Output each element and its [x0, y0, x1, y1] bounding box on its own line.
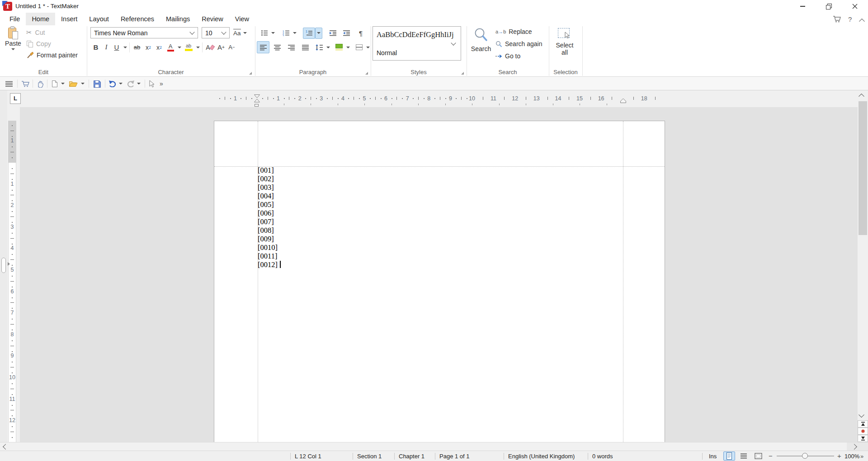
zoom-out-button[interactable]: − [769, 452, 773, 460]
fullscreen-view-button[interactable] [752, 452, 764, 461]
menu-tab-insert[interactable]: Insert [55, 13, 83, 25]
go-to-button[interactable]: Go to [495, 52, 520, 61]
font-color-button[interactable]: A [165, 42, 176, 53]
subscript-button[interactable]: x2 [143, 42, 154, 53]
borders-dropdown-arrow[interactable] [365, 41, 371, 53]
bullet-list-dropdown-arrow[interactable] [270, 28, 276, 39]
statusbar-overflow-icon[interactable]: » [860, 453, 863, 460]
document-line[interactable]: [007] [258, 217, 281, 226]
vertical-ruler[interactable] [7, 107, 20, 442]
undo-dropdown-arrow[interactable] [118, 78, 124, 89]
page-view-button[interactable] [723, 452, 735, 461]
highlight-dropdown-arrow[interactable] [195, 42, 201, 53]
zoom-in-button[interactable]: + [837, 452, 841, 460]
open-folder-dropdown-arrow[interactable] [80, 78, 86, 89]
hand-tool-icon[interactable] [35, 78, 45, 89]
menu-tab-layout[interactable]: Layout [83, 13, 115, 25]
clear-formatting-button[interactable]: A [204, 42, 216, 53]
new-document-dropdown-arrow[interactable] [60, 78, 66, 89]
line-spacing-button[interactable] [313, 41, 325, 53]
scroll-up-icon[interactable] [859, 93, 863, 97]
strikethrough-button[interactable]: ab [131, 42, 143, 53]
replace-button[interactable]: a→b Replace [495, 27, 532, 36]
undo-icon[interactable] [108, 78, 118, 89]
restore-button[interactable] [816, 0, 842, 13]
menu-tab-references[interactable]: References [115, 13, 160, 25]
document-text[interactable]: [001][002][003][004][005][006][007][008]… [258, 166, 281, 269]
list-split-button[interactable]: 1 [303, 28, 315, 39]
font-size-dropdown-icon[interactable] [221, 29, 226, 34]
sidebar-splitter-handle[interactable] [1, 258, 6, 273]
horizontal-ruler[interactable] [7, 90, 858, 107]
zoom-level[interactable]: 100% [844, 453, 859, 460]
copy-button[interactable]: Copy [26, 39, 51, 48]
font-name-dropdown-icon[interactable] [189, 29, 194, 34]
section-indicator[interactable]: Section 1 [357, 453, 382, 460]
grow-font-button[interactable]: A+ [216, 42, 226, 53]
paste-dropdown-arrow[interactable] [11, 48, 15, 50]
cut-button[interactable]: ✂ Cut [26, 28, 45, 37]
redo-icon[interactable] [126, 78, 136, 89]
italic-button[interactable]: I [101, 42, 111, 53]
minimize-button[interactable] [789, 0, 816, 13]
underline-button[interactable]: U [111, 42, 122, 53]
pointer-tool-icon[interactable] [147, 78, 156, 89]
document-line[interactable]: [001] [258, 166, 281, 174]
font-color-dropdown-arrow[interactable] [176, 42, 182, 53]
open-folder-icon[interactable] [68, 78, 79, 89]
search-button[interactable]: Search [468, 26, 494, 61]
numbered-list-button[interactable]: 123 [280, 28, 292, 39]
increase-indent-button[interactable] [327, 28, 339, 39]
collapse-ribbon-icon[interactable] [860, 18, 864, 22]
styles-gallery[interactable]: AaBbCcDdEeFfGgHhIiJj Normal [373, 26, 461, 61]
zoom-slider-knob[interactable] [802, 453, 808, 459]
highlight-color-button[interactable]: ab [182, 42, 195, 53]
change-case-button[interactable]: Aa [233, 27, 247, 38]
paragraph-dialog-launcher[interactable] [365, 72, 368, 75]
document-line[interactable]: [0012] [258, 260, 281, 269]
list-split-dropdown-arrow[interactable] [315, 28, 322, 39]
line-spacing-dropdown-arrow[interactable] [325, 41, 331, 53]
font-name-combobox[interactable]: Times New Roman [90, 27, 198, 38]
store-cart-icon[interactable] [833, 15, 842, 25]
shading-dropdown-arrow[interactable] [345, 41, 351, 53]
document-line[interactable]: [004] [258, 192, 281, 200]
document-workspace[interactable]: [001][002][003][004][005][006][007][008]… [20, 107, 858, 442]
scroll-right-icon[interactable] [852, 445, 856, 449]
superscript-button[interactable]: x2 [154, 42, 165, 53]
document-line[interactable]: [008] [258, 226, 281, 235]
browse-next-button[interactable] [858, 435, 868, 442]
document-line[interactable]: [0011] [258, 252, 281, 260]
scroll-down-icon[interactable] [859, 414, 863, 418]
horizontal-scrollbar[interactable] [0, 442, 858, 451]
decrease-indent-button[interactable] [340, 28, 352, 39]
menu-toggle-icon[interactable] [4, 78, 14, 89]
character-dialog-launcher[interactable] [249, 72, 252, 75]
styles-dialog-launcher[interactable] [461, 72, 464, 75]
document-line[interactable]: [005] [258, 200, 281, 209]
menu-tab-mailings[interactable]: Mailings [160, 13, 196, 25]
menu-tab-view[interactable]: View [229, 13, 255, 25]
insert-mode-indicator[interactable]: Ins [709, 453, 717, 460]
document-line[interactable]: [002] [258, 174, 281, 183]
numbered-list-dropdown-arrow[interactable] [292, 28, 297, 39]
redo-dropdown-arrow[interactable] [136, 78, 142, 89]
menu-tab-review[interactable]: Review [196, 13, 229, 25]
toolbar-overflow-icon[interactable]: » [157, 78, 165, 89]
bullet-list-button[interactable] [259, 28, 270, 39]
justify-button[interactable] [299, 41, 311, 53]
language-indicator[interactable]: English (United Kingdom) [508, 453, 575, 460]
document-line[interactable]: [006] [258, 209, 281, 217]
cart-icon[interactable] [20, 78, 31, 89]
shading-button[interactable] [333, 41, 345, 53]
indent-marker-right[interactable] [620, 98, 627, 103]
cursor-position[interactable]: L 12 Col 1 [295, 453, 321, 460]
sidebar-expand-icon[interactable] [8, 262, 10, 266]
document-line[interactable]: [003] [258, 183, 281, 192]
select-all-button[interactable]: Select all [552, 26, 578, 61]
browse-previous-button[interactable] [858, 420, 868, 428]
underline-dropdown-arrow[interactable] [122, 42, 128, 53]
show-paragraph-marks-button[interactable]: ¶ [356, 28, 366, 39]
textmaker-app-icon[interactable]: T [3, 2, 12, 11]
close-button[interactable] [842, 0, 868, 13]
